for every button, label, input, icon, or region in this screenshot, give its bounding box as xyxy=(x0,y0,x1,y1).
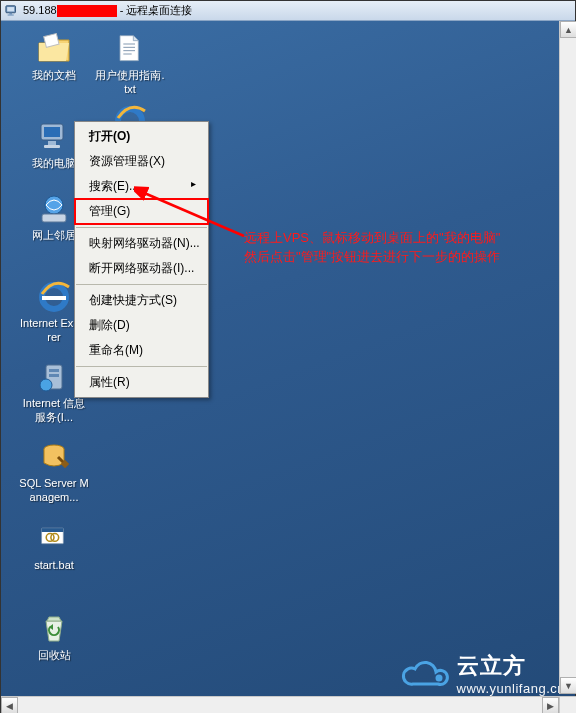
watermark-url: www.yunlifang.cn xyxy=(457,681,565,696)
menu-properties[interactable]: 属性(R) xyxy=(75,370,208,395)
menu-create-shortcut[interactable]: 创建快捷方式(S) xyxy=(75,288,208,313)
desktop-icon-my-documents[interactable]: 我的文档 xyxy=(19,31,89,83)
network-places-icon xyxy=(36,191,72,227)
context-menu[interactable]: 打开(O) 资源管理器(X) 搜索(E)... 管理(G) 映射网络驱动器(N)… xyxy=(74,121,209,398)
svg-rect-7 xyxy=(48,141,56,145)
svg-rect-1 xyxy=(7,7,14,11)
svg-rect-10 xyxy=(42,214,66,222)
ssms-icon xyxy=(36,439,72,475)
desktop-icon-label: 我的文档 xyxy=(32,69,76,83)
svg-rect-4 xyxy=(44,33,59,47)
folder-docs-icon xyxy=(36,31,72,67)
svg-rect-12 xyxy=(42,296,66,300)
svg-rect-15 xyxy=(49,374,59,377)
svg-rect-2 xyxy=(9,12,12,14)
bat-file-icon xyxy=(36,521,72,557)
svg-point-9 xyxy=(45,196,63,214)
titlebar-ip: 59.188 - 远程桌面连接 xyxy=(23,3,192,18)
desktop-icon-label: 我的电脑 xyxy=(32,157,76,171)
recycle-bin-icon xyxy=(36,611,72,647)
desktop-icon-recycle-bin[interactable]: 回收站 xyxy=(19,611,89,663)
desktop-icon-guide-txt[interactable]: 用户使用指南.txt xyxy=(95,31,165,97)
desktop-icon-label: start.bat xyxy=(34,559,74,573)
horizontal-scrollbar[interactable]: ◀ ▶ xyxy=(1,696,559,713)
menu-manage[interactable]: 管理(G) xyxy=(75,199,208,224)
ip-redacted xyxy=(57,5,117,17)
menu-search[interactable]: 搜索(E)... xyxy=(75,174,208,199)
remote-desktop[interactable]: 我的文档 我的电脑 网上邻居 xyxy=(1,21,575,712)
watermark-brand: 云立方 xyxy=(457,653,526,678)
menu-open[interactable]: 打开(O) xyxy=(75,124,208,149)
desktop-icon-label: 网上邻居 xyxy=(32,229,76,243)
watermark: 云立方 www.yunlifang.cn xyxy=(399,651,565,696)
menu-map-network-drive[interactable]: 映射网络驱动器(N)... xyxy=(75,231,208,256)
menu-separator xyxy=(76,227,207,228)
cloud-logo-icon xyxy=(399,656,451,692)
scrollbar-track[interactable] xyxy=(18,697,542,713)
svg-rect-8 xyxy=(44,145,60,148)
menu-explorer[interactable]: 资源管理器(X) xyxy=(75,149,208,174)
svg-rect-3 xyxy=(8,14,14,15)
window-titlebar: 59.188 - 远程桌面连接 xyxy=(1,1,575,21)
annotation-text: 远程上VPS、鼠标移动到桌面上的"我的电脑" 然后点击"管理"按钮进去进行下一步… xyxy=(244,229,500,267)
menu-disconnect-network-drive[interactable]: 断开网络驱动器(I)... xyxy=(75,256,208,281)
desktop-icon-ssms[interactable]: SQL Server Managem... xyxy=(19,439,89,505)
rdp-icon xyxy=(5,4,19,18)
svg-point-16 xyxy=(40,379,52,391)
annotation-line: 远程上VPS、鼠标移动到桌面上的"我的电脑" xyxy=(244,229,500,248)
internet-explorer-icon xyxy=(36,279,72,315)
desktop-icon-label: Internet 信息服务(I... xyxy=(19,397,89,425)
scrollbar-track[interactable] xyxy=(560,38,576,677)
computer-icon xyxy=(36,119,72,155)
menu-rename[interactable]: 重命名(M) xyxy=(75,338,208,363)
svg-rect-20 xyxy=(42,528,64,532)
scroll-up-button[interactable]: ▲ xyxy=(560,21,576,38)
scrollbar-corner xyxy=(559,696,576,713)
menu-separator xyxy=(76,284,207,285)
iis-icon xyxy=(36,359,72,395)
desktop-icon-label: 回收站 xyxy=(38,649,71,663)
svg-rect-6 xyxy=(44,127,60,137)
desktop-icon-startbat[interactable]: start.bat xyxy=(19,521,89,573)
desktop-icon-label: SQL Server Managem... xyxy=(19,477,89,505)
scroll-right-button[interactable]: ▶ xyxy=(542,697,559,713)
annotation-line: 然后点击"管理"按钮进去进行下一步的的操作 xyxy=(244,248,500,267)
svg-point-30 xyxy=(435,674,442,681)
vertical-scrollbar[interactable]: ▲ ▼ xyxy=(559,21,576,694)
txt-file-icon xyxy=(112,31,148,67)
svg-rect-14 xyxy=(49,369,59,372)
menu-separator xyxy=(76,366,207,367)
scroll-left-button[interactable]: ◀ xyxy=(1,697,18,713)
scroll-down-button[interactable]: ▼ xyxy=(560,677,576,694)
desktop-icon-label: 用户使用指南.txt xyxy=(95,69,165,97)
menu-delete[interactable]: 删除(D) xyxy=(75,313,208,338)
